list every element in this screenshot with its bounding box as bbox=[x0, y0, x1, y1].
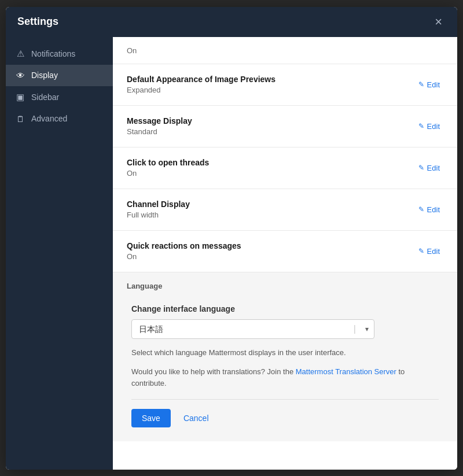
sidebar-item-notifications[interactable]: ⚠ Notifications bbox=[6, 43, 113, 65]
edit-image-previews-icon: ✎ bbox=[418, 80, 424, 88]
sidebar-item-notifications-label: Notifications bbox=[31, 49, 75, 58]
display-icon: 👁 bbox=[15, 71, 25, 80]
language-help-text: Select which language Mattermost display… bbox=[131, 347, 439, 359]
top-on-row: On bbox=[113, 37, 457, 64]
language-translation-text: Would you like to help with translations… bbox=[131, 366, 439, 389]
edit-message-display-label: Edit bbox=[427, 122, 440, 131]
language-action-buttons: Save Cancel bbox=[131, 409, 439, 427]
edit-quick-reactions-label: Edit bbox=[427, 247, 440, 256]
sidebar-item-advanced[interactable]: 🗒 Advanced bbox=[6, 108, 113, 130]
channel-display-info: Channel Display Full width bbox=[127, 200, 415, 219]
settings-row-channel-display: Channel Display Full width ✎ Edit bbox=[113, 189, 457, 231]
settings-list: On Default Appearance of Image Previews … bbox=[113, 37, 457, 442]
sidebar-item-sidebar-label: Sidebar bbox=[31, 93, 59, 102]
message-display-info: Message Display Standard bbox=[127, 116, 415, 136]
edit-channel-display-button[interactable]: ✎ Edit bbox=[415, 204, 443, 215]
language-select-wrapper: 日本語 English Deutsch Français Español | ▾ bbox=[131, 319, 374, 339]
image-previews-value: Expanded bbox=[127, 86, 415, 94]
threads-value: On bbox=[127, 169, 415, 178]
language-select[interactable]: 日本語 English Deutsch Français Español bbox=[131, 319, 374, 339]
settings-row-threads: Click to open threads On ✎ Edit bbox=[113, 147, 457, 189]
language-divider-line bbox=[131, 399, 439, 400]
close-button[interactable]: × bbox=[431, 14, 446, 29]
edit-threads-icon: ✎ bbox=[418, 164, 424, 172]
language-section: Language Change interface language 日本語 E… bbox=[113, 272, 457, 442]
settings-row-quick-reactions: Quick reactions on messages On ✎ Edit bbox=[113, 231, 457, 272]
edit-quick-reactions-icon: ✎ bbox=[418, 247, 424, 255]
message-display-label: Message Display bbox=[127, 116, 415, 126]
sidebar-item-advanced-label: Advanced bbox=[31, 114, 67, 123]
edit-message-display-button[interactable]: ✎ Edit bbox=[415, 121, 443, 132]
edit-quick-reactions-button[interactable]: ✎ Edit bbox=[415, 246, 443, 257]
modal-overlay: Settings × ⚠ Notifications 👁 Display ▣ S… bbox=[0, 0, 463, 476]
quick-reactions-value: On bbox=[127, 252, 415, 261]
modal-title: Settings bbox=[17, 16, 58, 28]
sidebar: ⚠ Notifications 👁 Display ▣ Sidebar 🗒 Ad… bbox=[6, 37, 113, 470]
image-previews-label: Default Appearance of Image Previews bbox=[127, 75, 415, 84]
edit-channel-display-label: Edit bbox=[427, 205, 440, 214]
sidebar-item-display-label: Display bbox=[31, 71, 58, 80]
threads-label: Click to open threads bbox=[127, 158, 415, 167]
translation-text-before: Would you like to help with translations… bbox=[131, 367, 296, 376]
threads-info: Click to open threads On bbox=[127, 158, 415, 178]
settings-row-message-display: Message Display Standard ✎ Edit bbox=[113, 106, 457, 147]
advanced-icon: 🗒 bbox=[15, 114, 25, 124]
sidebar-item-sidebar[interactable]: ▣ Sidebar bbox=[6, 86, 113, 108]
edit-threads-button[interactable]: ✎ Edit bbox=[415, 163, 443, 174]
settings-row-image-previews: Default Appearance of Image Previews Exp… bbox=[113, 64, 457, 106]
cancel-button[interactable]: Cancel bbox=[175, 409, 217, 427]
quick-reactions-info: Quick reactions on messages On bbox=[127, 241, 415, 261]
image-previews-info: Default Appearance of Image Previews Exp… bbox=[127, 75, 415, 94]
edit-channel-display-icon: ✎ bbox=[418, 205, 424, 213]
modal-header: Settings × bbox=[6, 7, 457, 37]
edit-threads-label: Edit bbox=[427, 164, 440, 172]
edit-image-previews-button[interactable]: ✎ Edit bbox=[415, 79, 443, 90]
sidebar-icon: ▣ bbox=[15, 92, 25, 102]
language-section-title: Language bbox=[113, 272, 457, 295]
settings-modal: Settings × ⚠ Notifications 👁 Display ▣ S… bbox=[6, 7, 457, 470]
modal-body: ⚠ Notifications 👁 Display ▣ Sidebar 🗒 Ad… bbox=[6, 37, 457, 470]
channel-display-label: Channel Display bbox=[127, 200, 415, 209]
sidebar-item-display[interactable]: 👁 Display bbox=[6, 65, 113, 86]
content-area: On Default Appearance of Image Previews … bbox=[113, 37, 457, 470]
language-content: Change interface language 日本語 English De… bbox=[113, 295, 457, 442]
translation-server-link[interactable]: Mattermost Translation Server bbox=[296, 367, 396, 376]
top-on-value: On bbox=[127, 46, 137, 55]
quick-reactions-label: Quick reactions on messages bbox=[127, 241, 415, 250]
notifications-icon: ⚠ bbox=[15, 49, 25, 59]
edit-message-display-icon: ✎ bbox=[418, 122, 424, 130]
language-field-label: Change interface language bbox=[131, 304, 439, 313]
edit-image-previews-label: Edit bbox=[427, 80, 440, 89]
save-button[interactable]: Save bbox=[131, 409, 171, 427]
channel-display-value: Full width bbox=[127, 211, 415, 219]
message-display-value: Standard bbox=[127, 127, 415, 136]
